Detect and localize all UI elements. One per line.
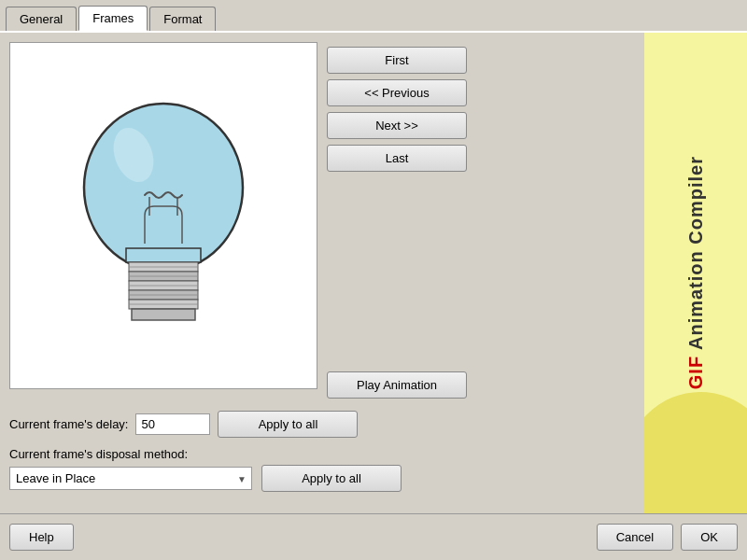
- tab-bar: General Frames Format: [0, 0, 747, 33]
- main-container: General Frames Format: [0, 0, 747, 560]
- disposal-select[interactable]: Leave in Place Restore to Background Res…: [9, 467, 252, 490]
- svg-rect-7: [132, 309, 195, 320]
- disposal-select-wrapper: Leave in Place Restore to Background Res…: [9, 467, 252, 490]
- frames-top: First << Previous Next >> Last Play Anim…: [9, 42, 635, 399]
- disposal-label: Current frame's disposal method:: [9, 447, 635, 461]
- sidebar-gif: GIF: [685, 356, 706, 389]
- bulb-image: [51, 85, 275, 346]
- delay-input[interactable]: [135, 413, 210, 435]
- cancel-button[interactable]: Cancel: [597, 524, 673, 551]
- image-preview: [9, 42, 317, 389]
- svg-point-0: [84, 104, 243, 272]
- right-sidebar: GIF Animation Compiler: [644, 33, 747, 513]
- play-animation-button[interactable]: Play Animation: [327, 371, 467, 399]
- first-button[interactable]: First: [327, 47, 467, 74]
- content-area: First << Previous Next >> Last Play Anim…: [0, 33, 747, 513]
- sidebar-content: GIF Animation Compiler: [685, 33, 707, 513]
- next-button[interactable]: Next >>: [327, 112, 467, 139]
- svg-rect-1: [126, 248, 201, 262]
- sidebar-compiler: Compiler: [685, 156, 706, 250]
- footer-bar: Help Cancel OK: [0, 513, 747, 560]
- last-button[interactable]: Last: [327, 145, 467, 172]
- sidebar-text: GIF Animation Compiler: [685, 156, 707, 389]
- left-panel: First << Previous Next >> Last Play Anim…: [0, 33, 644, 513]
- ok-button[interactable]: OK: [681, 524, 738, 551]
- tab-general[interactable]: General: [6, 7, 77, 31]
- help-button[interactable]: Help: [9, 524, 74, 551]
- disposal-row: Current frame's disposal method: Leave i…: [9, 447, 635, 492]
- apply-delay-button[interactable]: Apply to all: [218, 411, 358, 438]
- play-spacer: [327, 177, 635, 366]
- bottom-controls: Current frame's delay: Apply to all Curr…: [9, 406, 635, 504]
- tab-frames[interactable]: Frames: [78, 6, 148, 31]
- sidebar-animation: Animation: [685, 251, 706, 357]
- nav-buttons: First << Previous Next >> Last Play Anim…: [327, 42, 635, 399]
- previous-button[interactable]: << Previous: [327, 79, 467, 106]
- frames-main: First << Previous Next >> Last Play Anim…: [9, 42, 635, 504]
- apply-disposal-button[interactable]: Apply to all: [261, 465, 402, 492]
- delay-label: Current frame's delay:: [9, 417, 128, 431]
- tab-format[interactable]: Format: [149, 7, 216, 31]
- disposal-select-row: Leave in Place Restore to Background Res…: [9, 465, 635, 492]
- delay-row: Current frame's delay: Apply to all: [9, 411, 635, 438]
